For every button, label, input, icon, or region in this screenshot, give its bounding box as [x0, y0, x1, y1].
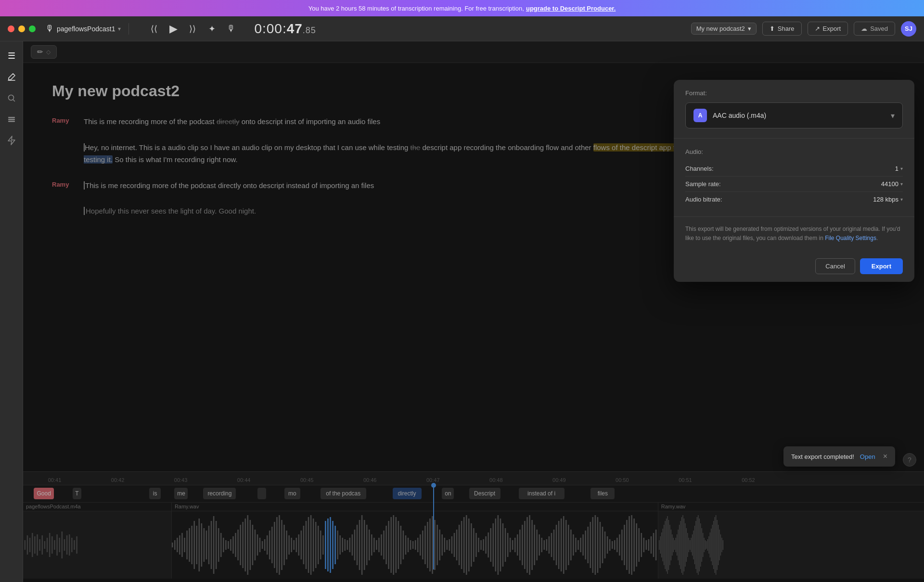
- saved-button[interactable]: ☁ Saved: [854, 22, 895, 36]
- sample-rate-label: Sample rate:: [685, 180, 881, 188]
- file-quality-link[interactable]: File Quality Settings: [825, 235, 876, 241]
- traffic-lights: [8, 25, 36, 32]
- top-banner: You have 2 hours 58 minutes of transcrip…: [0, 0, 924, 16]
- format-selector[interactable]: A AAC audio (.m4a) ▾: [685, 102, 903, 128]
- format-icon: A: [693, 109, 707, 122]
- toast-message: Text export completed!: [791, 453, 854, 460]
- close-traffic-light[interactable]: [8, 25, 14, 32]
- version-selector[interactable]: My new podcast2 ▾: [691, 23, 757, 35]
- export-submit-button[interactable]: Export: [860, 258, 903, 274]
- cloud-icon: ☁: [861, 25, 867, 32]
- mic-icon: 🎙: [45, 24, 54, 34]
- format-section: Format: A AAC audio (.m4a) ▾: [674, 80, 914, 139]
- export-dialog: Format: A AAC audio (.m4a) ▾ Audio: Chan…: [674, 80, 914, 282]
- toast-close-button[interactable]: ×: [883, 452, 887, 461]
- title-bar: 🎙 pageflowsPodcast1 ▾ ⟨⟨ ▶ ⟩⟩ ✦ 🎙 0:00:4…: [0, 16, 924, 41]
- format-value: AAC audio (.m4a): [713, 112, 766, 119]
- export-icon: ↗: [815, 25, 820, 32]
- channels-label: Channels:: [685, 165, 895, 172]
- audio-label: Audio:: [685, 148, 903, 155]
- chevron-down-icon: ▾: [118, 25, 121, 32]
- timecode-display: 0:00:47.85: [254, 21, 316, 37]
- channels-chevron-icon: ▾: [900, 166, 903, 171]
- dialog-actions: Cancel Export: [674, 251, 914, 282]
- sample-rate-row: Sample rate: 44100 ▾: [685, 177, 903, 192]
- sidebar-item-menu[interactable]: ☰: [3, 47, 20, 64]
- audio-settings: Channels: 1 ▾ Sample rate: 44100 ▾ Audio…: [685, 161, 903, 207]
- upgrade-link[interactable]: upgrade to Descript Producer.: [526, 5, 616, 12]
- format-chevron-icon: ▾: [891, 111, 895, 120]
- toast-notification: Text export completed! Open ×: [783, 446, 895, 467]
- rewind-button[interactable]: ⟨⟨: [146, 21, 162, 37]
- toast-open-button[interactable]: Open: [860, 453, 875, 460]
- fast-forward-button[interactable]: ⟩⟩: [185, 21, 200, 37]
- sidebar-item-search[interactable]: [3, 89, 20, 107]
- share-button[interactable]: ⬆ Share: [762, 22, 802, 36]
- cancel-button[interactable]: Cancel: [815, 258, 855, 274]
- channels-value[interactable]: 1 ▾: [895, 165, 903, 172]
- sidebar-item-lightning[interactable]: [3, 132, 20, 149]
- record-button[interactable]: 🎙: [223, 21, 239, 37]
- sidebar: ☰: [0, 41, 23, 582]
- export-button[interactable]: ↗ Export: [808, 22, 848, 36]
- bitrate-chevron-icon: ▾: [900, 197, 903, 202]
- main-layout: ☰ ✏: [0, 41, 924, 582]
- bitrate-row: Audio bitrate: 128 kbps ▾: [685, 192, 903, 207]
- audio-section: Audio: Channels: 1 ▾ Sample rate: 44100 …: [674, 139, 914, 217]
- bitrate-value[interactable]: 128 kbps ▾: [873, 196, 903, 203]
- separator: [128, 23, 129, 35]
- bitrate-label: Audio bitrate:: [685, 196, 873, 203]
- project-name[interactable]: 🎙 pageflowsPodcast1 ▾: [45, 24, 121, 34]
- share-icon: ⬆: [770, 25, 775, 32]
- sidebar-item-layers[interactable]: [3, 111, 20, 128]
- svg-rect-2: [8, 119, 15, 120]
- sample-rate-value[interactable]: 44100 ▾: [881, 180, 903, 188]
- format-label: Format:: [685, 89, 903, 97]
- version-chevron-icon: ▾: [748, 25, 751, 32]
- export-note: This export will be generated from optim…: [674, 217, 914, 251]
- minimize-traffic-light[interactable]: [18, 25, 25, 32]
- svg-rect-1: [8, 117, 15, 118]
- play-button[interactable]: ▶: [166, 21, 181, 37]
- channels-row: Channels: 1 ▾: [685, 161, 903, 177]
- sample-rate-chevron-icon: ▾: [900, 181, 903, 187]
- avatar[interactable]: SJ: [901, 21, 916, 37]
- svg-rect-3: [8, 121, 15, 122]
- editor-area: ✏ ◇ My new podcast2 Ramy This is me reco…: [23, 41, 924, 582]
- banner-text: You have 2 hours 58 minutes of transcrip…: [308, 5, 524, 12]
- timecode: 0:00:47.85: [254, 21, 316, 37]
- maximize-traffic-light[interactable]: [29, 25, 36, 32]
- sidebar-item-edit[interactable]: [3, 68, 20, 86]
- transport-controls: ⟨⟨ ▶ ⟩⟩ ✦ 🎙: [146, 21, 239, 37]
- correction-button[interactable]: ✦: [204, 21, 219, 37]
